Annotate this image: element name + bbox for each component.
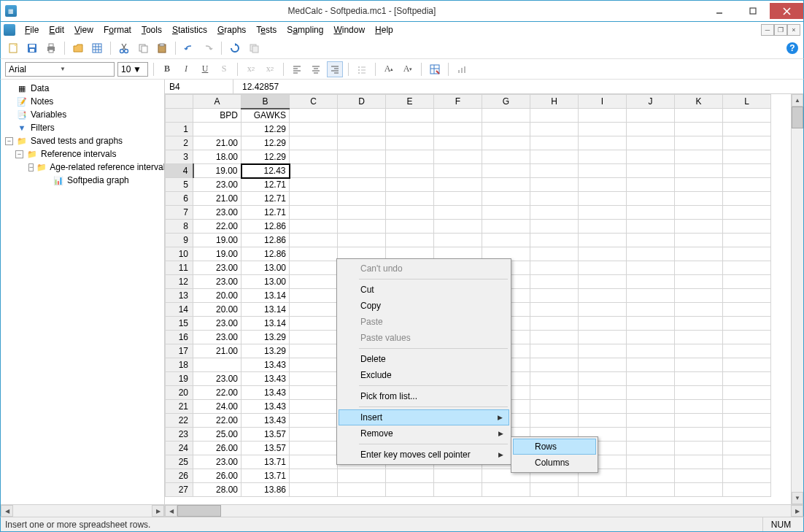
- cell-C7[interactable]: [290, 206, 338, 220]
- cell-C14[interactable]: [290, 303, 338, 317]
- cell-B12[interactable]: 13.00: [241, 275, 290, 289]
- cell-H18[interactable]: [530, 358, 579, 372]
- cell-header-E[interactable]: [386, 109, 434, 123]
- cell-J3[interactable]: [627, 150, 675, 164]
- cell-C19[interactable]: [290, 372, 338, 386]
- contextmenu-cut[interactable]: Cut: [339, 282, 509, 298]
- row-header-blank[interactable]: [166, 109, 193, 123]
- cell-B25[interactable]: 13.71: [241, 455, 290, 469]
- cell-K27[interactable]: [675, 483, 723, 497]
- cell-B9[interactable]: 12.86: [241, 234, 290, 247]
- cell-L13[interactable]: [723, 289, 771, 303]
- cell-E27[interactable]: [386, 483, 434, 497]
- menu-sampling[interactable]: Sampling: [282, 23, 328, 36]
- cell-B6[interactable]: 12.71: [241, 192, 290, 206]
- cell-H1[interactable]: [530, 123, 579, 136]
- cell-A1[interactable]: [193, 123, 241, 136]
- contextmenu-enter-key[interactable]: Enter key moves cell pointer▶: [339, 447, 509, 463]
- cell-I27[interactable]: [579, 483, 627, 497]
- cell-C24[interactable]: [290, 442, 338, 455]
- cell-header-I[interactable]: [579, 109, 627, 123]
- cell-J21[interactable]: [627, 400, 675, 414]
- cell-C23[interactable]: [290, 428, 338, 442]
- cell-L2[interactable]: [723, 136, 771, 150]
- tree-node-reference-intervals[interactable]: −📁Reference intervals: [2, 147, 163, 161]
- cell-J25[interactable]: [627, 455, 675, 469]
- cell-H4[interactable]: [530, 164, 579, 178]
- cell-B2[interactable]: 12.29: [241, 136, 290, 150]
- cell-properties-button[interactable]: [427, 61, 443, 77]
- cell-G3[interactable]: [482, 150, 530, 164]
- row-header-21[interactable]: 21: [166, 400, 193, 414]
- cell-F1[interactable]: [434, 123, 482, 136]
- contextmenu-insert[interactable]: Insert▶: [339, 409, 509, 425]
- row-header-11[interactable]: 11: [166, 261, 193, 275]
- menu-view[interactable]: View: [69, 23, 98, 36]
- cell-J7[interactable]: [627, 206, 675, 220]
- row-header-24[interactable]: 24: [166, 442, 193, 455]
- cell-J1[interactable]: [627, 123, 675, 136]
- cell-C9[interactable]: [290, 234, 338, 247]
- cell-J17[interactable]: [627, 344, 675, 358]
- cell-I2[interactable]: [579, 136, 627, 150]
- cell-I19[interactable]: [579, 372, 627, 386]
- cell-K15[interactable]: [675, 317, 723, 331]
- cell-H17[interactable]: [530, 344, 579, 358]
- cell-I6[interactable]: [579, 192, 627, 206]
- undo-button[interactable]: [181, 40, 197, 56]
- cell-J10[interactable]: [627, 247, 675, 261]
- cell-E6[interactable]: [386, 192, 434, 206]
- cell-C17[interactable]: [290, 344, 338, 358]
- cell-I1[interactable]: [579, 123, 627, 136]
- cell-A10[interactable]: 19.00: [193, 247, 241, 261]
- cell-header-F[interactable]: [434, 109, 482, 123]
- cell-header-C[interactable]: [290, 109, 338, 123]
- column-header-L[interactable]: L: [723, 95, 771, 109]
- increase-font-button[interactable]: A▴: [381, 61, 397, 77]
- cell-J19[interactable]: [627, 372, 675, 386]
- cell-C16[interactable]: [290, 331, 338, 344]
- cell-D1[interactable]: [338, 123, 386, 136]
- cell-A25[interactable]: 23.00: [193, 455, 241, 469]
- menu-graphs[interactable]: Graphs: [212, 23, 251, 36]
- cell-J23[interactable]: [627, 428, 675, 442]
- cell-L27[interactable]: [723, 483, 771, 497]
- cell-K8[interactable]: [675, 220, 723, 234]
- align-right-button[interactable]: [327, 61, 343, 77]
- cell-I14[interactable]: [579, 303, 627, 317]
- cell-H16[interactable]: [530, 331, 579, 344]
- cell-K18[interactable]: [675, 358, 723, 372]
- cell-D26[interactable]: [338, 469, 386, 483]
- chart-edit-button[interactable]: [454, 61, 470, 77]
- cell-C26[interactable]: [290, 469, 338, 483]
- cell-G6[interactable]: [482, 192, 530, 206]
- cell-H14[interactable]: [530, 303, 579, 317]
- cell-D5[interactable]: [338, 178, 386, 192]
- cell-H9[interactable]: [530, 234, 579, 247]
- cell-F2[interactable]: [434, 136, 482, 150]
- cell-L15[interactable]: [723, 317, 771, 331]
- recalc-button[interactable]: [227, 40, 243, 56]
- cell-I20[interactable]: [579, 386, 627, 400]
- cell-H5[interactable]: [530, 178, 579, 192]
- cell-C18[interactable]: [290, 358, 338, 372]
- cell-I7[interactable]: [579, 206, 627, 220]
- cell-E5[interactable]: [386, 178, 434, 192]
- cell-K12[interactable]: [675, 275, 723, 289]
- copy-button[interactable]: [135, 40, 151, 56]
- cell-header-B[interactable]: GAWKS: [241, 109, 290, 123]
- cell-A9[interactable]: 19.00: [193, 234, 241, 247]
- align-center-button[interactable]: [308, 61, 324, 77]
- underline-button[interactable]: U: [197, 61, 213, 77]
- cell-K7[interactable]: [675, 206, 723, 220]
- scroll-left-button[interactable]: ◀: [165, 505, 177, 517]
- tree-node-variables[interactable]: 📑Variables: [2, 108, 163, 121]
- cell-L7[interactable]: [723, 206, 771, 220]
- column-header-G[interactable]: G: [482, 95, 530, 109]
- expander-icon[interactable]: −: [5, 137, 13, 145]
- cell-B3[interactable]: 12.29: [241, 150, 290, 164]
- cell-K6[interactable]: [675, 192, 723, 206]
- row-header-18[interactable]: 18: [166, 358, 193, 372]
- cell-K26[interactable]: [675, 469, 723, 483]
- cell-L25[interactable]: [723, 455, 771, 469]
